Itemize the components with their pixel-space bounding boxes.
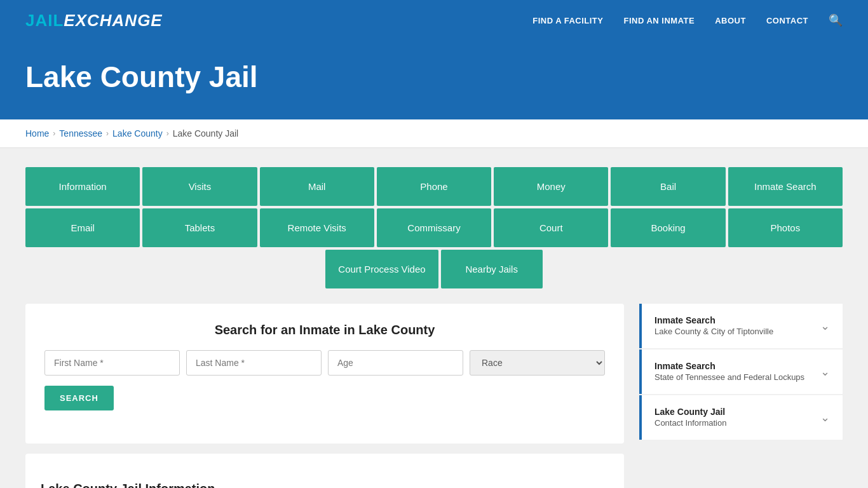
btn-phone[interactable]: Phone [377,167,491,206]
breadcrumb-current: Lake County Jail [173,128,239,139]
logo-jail: JAIL [25,11,64,30]
logo-exchange: EXCHANGE [64,11,162,30]
sidebar-item-2-subtitle: Contact Information [654,418,726,428]
hero-section: Lake County Jail [0,41,868,119]
btn-nearby-jails[interactable]: Nearby Jails [441,250,543,288]
last-name-input[interactable] [186,350,322,376]
sidebar-item-2[interactable]: Lake County Jail Contact Information ⌄ [639,395,843,440]
sidebar-item-0-title: Inmate Search [654,315,773,325]
nav-search-icon[interactable]: 🔍 [829,13,843,27]
breadcrumb-tennessee[interactable]: Tennessee [59,128,102,139]
nav-links: FIND A FACILITY FIND AN INMATE ABOUT CON… [532,13,843,27]
btn-tablets[interactable]: Tablets [142,208,257,247]
btn-commissary[interactable]: Commissary [377,208,491,247]
sidebar-item-1-subtitle: State of Tennessee and Federal Lockups [654,372,804,382]
sidebar-item-0-text: Inmate Search Lake County & City of Tipt… [654,315,773,337]
info-heading: Lake County Jail Information [41,482,609,488]
breadcrumb-home[interactable]: Home [25,128,49,139]
chevron-down-icon-2: ⌄ [820,410,830,424]
race-select[interactable]: Race [470,350,605,376]
logo[interactable]: JAILEXCHANGE [25,11,163,30]
navbar: JAILEXCHANGE FIND A FACILITY FIND AN INM… [0,0,868,41]
chevron-down-icon-1: ⌄ [820,365,830,379]
btn-inmate-search[interactable]: Inmate Search [728,167,843,206]
btn-bail[interactable]: Bail [611,167,725,206]
breadcrumb-sep-3: › [166,129,169,138]
grid-row-2: Email Tablets Remote Visits Commissary C… [25,208,843,247]
btn-booking[interactable]: Booking [611,208,725,247]
sidebar: Inmate Search Lake County & City of Tipt… [639,304,843,488]
inmate-search-card: Search for an Inmate in Lake County Race… [25,304,624,444]
btn-court-process-video[interactable]: Court Process Video [325,250,438,288]
page-title: Lake County Jail [25,60,843,94]
btn-remote-visits[interactable]: Remote Visits [260,208,374,247]
btn-photos[interactable]: Photos [728,208,843,247]
breadcrumb-lake-county[interactable]: Lake County [112,128,163,139]
sidebar-item-0[interactable]: Inmate Search Lake County & City of Tipt… [639,304,843,348]
sidebar-item-2-text: Lake County Jail Contact Information [654,407,726,428]
search-button[interactable]: 🔍 [829,13,843,27]
search-title: Search for an Inmate in Lake County [44,323,605,337]
breadcrumb-sep-2: › [106,129,109,138]
btn-money[interactable]: Money [494,167,608,206]
nav-item-contact[interactable]: CONTACT [766,15,808,26]
sidebar-item-1[interactable]: Inmate Search State of Tennessee and Fed… [639,349,843,394]
first-name-input[interactable] [44,350,180,376]
content-area: Information Visits Mail Phone Money Bail… [0,148,868,488]
btn-email[interactable]: Email [25,208,140,247]
btn-court[interactable]: Court [494,208,608,247]
sidebar-item-1-text: Inmate Search State of Tennessee and Fed… [654,361,804,383]
sidebar-item-1-title: Inmate Search [654,361,804,371]
btn-visits[interactable]: Visits [142,167,257,206]
sidebar-item-0-subtitle: Lake County & City of Tiptonville [654,327,773,336]
chevron-down-icon-0: ⌄ [820,319,830,333]
breadcrumb-sep-1: › [53,129,55,138]
nav-item-facility[interactable]: FIND A FACILITY [532,15,603,26]
search-submit-button[interactable]: SEARCH [44,386,114,410]
btn-mail[interactable]: Mail [260,167,374,206]
nav-item-inmate[interactable]: FIND AN INMATE [623,15,695,26]
nav-item-about[interactable]: ABOUT [715,15,746,26]
age-input[interactable] [328,350,463,376]
btn-information[interactable]: Information [25,167,140,206]
grid-row-1: Information Visits Mail Phone Money Bail… [25,167,843,206]
lower-section: Search for an Inmate in Lake County Race… [25,304,843,488]
search-fields: Race [44,350,605,376]
sidebar-item-2-title: Lake County Jail [654,407,726,417]
breadcrumb: Home › Tennessee › Lake County › Lake Co… [0,119,868,148]
grid-row-3: Court Process Video Nearby Jails [25,250,843,288]
